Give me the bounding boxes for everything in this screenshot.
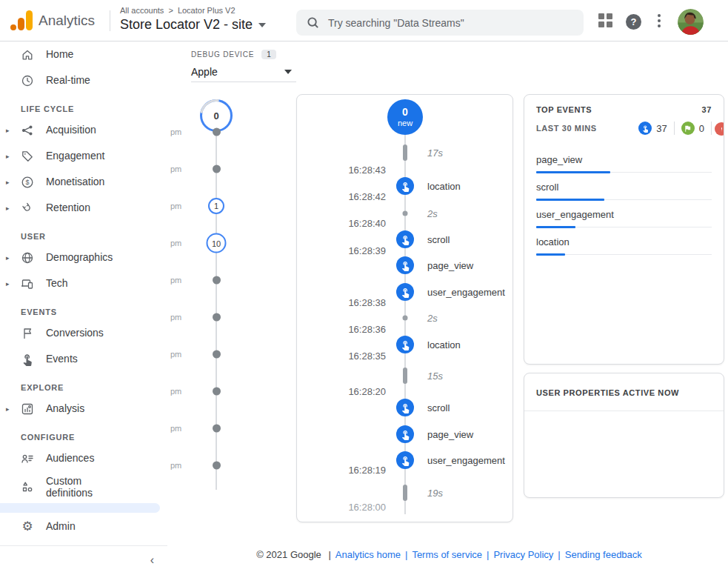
home-icon <box>21 48 34 62</box>
minute-marker-count[interactable]: 10 <box>207 233 227 253</box>
footer-link[interactable]: Analytics home <box>335 549 401 560</box>
event-name[interactable]: location <box>427 181 461 192</box>
tap-icon <box>638 122 652 135</box>
expand-caret-icon[interactable]: ▸ <box>6 127 16 134</box>
sidebar-item-analysis[interactable]: ▸Analysis <box>0 396 167 422</box>
tap-icon <box>400 234 411 245</box>
property-selector[interactable]: Store Locator V2 - site <box>120 17 266 33</box>
help-icon[interactable]: ? <box>626 14 641 30</box>
event-icon[interactable] <box>396 177 414 195</box>
event-name[interactable]: scroll <box>427 234 450 245</box>
counter-value: 37 <box>656 123 667 134</box>
minute-marker-dot[interactable] <box>213 313 221 322</box>
event-name[interactable]: page_view <box>427 429 473 440</box>
debug-device-count-badge: 1 <box>261 50 276 59</box>
footer-separator: | <box>487 549 489 560</box>
selected-nav-highlight[interactable] <box>0 503 160 513</box>
expand-caret-icon[interactable]: ▸ <box>6 205 16 212</box>
expand-caret-icon[interactable]: ▸ <box>6 179 16 186</box>
event-icon[interactable] <box>396 283 414 301</box>
minute-marker-dot[interactable] <box>213 128 221 136</box>
top-event-row[interactable]: page_view <box>536 145 712 173</box>
minute-time-label: pm <box>170 313 185 322</box>
stream-timestamp: 16:28:20 <box>297 386 386 397</box>
footer-link[interactable]: Terms of service <box>412 549 482 560</box>
sidebar-item-label: Retention <box>46 202 90 213</box>
event-icon[interactable] <box>396 230 414 248</box>
expand-caret-icon[interactable]: ▸ <box>6 280 16 288</box>
event-icon[interactable] <box>396 336 414 353</box>
event-icon[interactable] <box>396 451 414 469</box>
sidebar-item-retention[interactable]: ▸Retention <box>0 195 167 221</box>
breadcrumb-parent[interactable]: Locator Plus V2 <box>178 6 236 15</box>
footer-link[interactable]: Sending feedback <box>565 549 642 560</box>
minute-marker-dot[interactable] <box>213 462 221 470</box>
sidebar-item-demographics[interactable]: ▸Demographics <box>0 245 167 270</box>
debug-device-select[interactable]: Apple <box>191 62 296 82</box>
sidebar-item-acquisition[interactable]: ▸Acquisition <box>0 117 167 143</box>
more-vert-icon[interactable] <box>658 14 661 27</box>
collapse-sidebar-button[interactable]: ‹ <box>0 546 167 574</box>
event-name[interactable]: user_engagement <box>427 287 505 298</box>
sidebar-item-tech[interactable]: ▸Tech <box>0 270 167 296</box>
sidebar-item-custom-definitions[interactable]: Custom definitions <box>0 471 167 502</box>
stream-timestamp: 16:28:19 <box>297 465 386 476</box>
sidebar-item-audiences[interactable]: Audiences <box>0 445 167 471</box>
sidebar-item-conversions[interactable]: Conversions <box>0 320 167 346</box>
minute-marker-count[interactable]: 1 <box>208 198 224 214</box>
event-name[interactable]: scroll <box>427 402 450 413</box>
tap-icon <box>400 181 411 192</box>
demographics-icon <box>21 251 34 265</box>
minute-time-label: pm <box>170 202 185 210</box>
breadcrumb[interactable]: All accounts > Locator Plus V2 <box>120 6 236 15</box>
sidebar-item-events[interactable]: Events <box>0 346 167 372</box>
sidebar-item-label: Real-time <box>46 74 90 86</box>
sidebar-item-monetisation[interactable]: ▸$Monetisation <box>0 169 167 195</box>
avatar[interactable] <box>678 9 704 35</box>
top-event-row[interactable]: location <box>536 227 712 255</box>
sidebar-item-admin[interactable]: ⚙Admin <box>0 513 167 539</box>
footer: © 2021 Google |Analytics home|Terms of s… <box>170 549 728 560</box>
minute-marker-dot[interactable] <box>213 165 221 173</box>
top-event-row[interactable]: scroll <box>536 173 712 200</box>
sidebar-item-home[interactable]: Home <box>0 41 167 67</box>
minute-marker-current[interactable]: 0 <box>200 99 233 132</box>
minute-marker-dot[interactable] <box>213 350 221 359</box>
event-icon[interactable] <box>396 399 414 416</box>
top-event-row[interactable]: user_engagement <box>536 200 712 227</box>
duration-capsule <box>403 368 407 384</box>
sidebar-item-label: Engagement <box>46 150 104 162</box>
event-icon[interactable] <box>396 256 414 274</box>
sidebar-item-real-time[interactable]: Real-time <box>0 67 167 93</box>
sidebar-nav: HomeReal-timeLIFE CYCLE▸Acquisition▸Enga… <box>0 41 167 539</box>
tech-icon <box>21 277 34 290</box>
expand-caret-icon[interactable]: ▸ <box>6 254 16 262</box>
counter-divider <box>674 122 675 135</box>
event-icon[interactable] <box>396 425 414 443</box>
analytics-logo-icon[interactable] <box>10 10 33 30</box>
minute-marker-dot[interactable] <box>213 276 221 285</box>
admin-icon: ⚙ <box>21 520 34 534</box>
minute-time-label: pm <box>170 127 185 136</box>
expand-caret-icon[interactable]: ▸ <box>6 405 16 413</box>
apps-grid-icon[interactable] <box>598 13 612 27</box>
footer-link[interactable]: Privacy Policy <box>493 549 553 560</box>
minute-marker-dot[interactable] <box>213 425 221 433</box>
search-input[interactable]: Try searching "Data Streams" <box>296 10 584 36</box>
clock-icon <box>21 74 34 87</box>
event-name[interactable]: user_engagement <box>427 455 505 466</box>
minute-marker-dot[interactable] <box>213 388 221 396</box>
top-events-card: TOP EVENTS 37 LAST 30 MINS 370 page_view… <box>524 94 724 365</box>
top-app-bar: Analytics All accounts > Locator Plus V2… <box>0 0 728 41</box>
event-name[interactable]: location <box>427 339 461 350</box>
audiences-icon <box>21 452 34 465</box>
chevron-down-icon <box>284 70 292 74</box>
flag-icon <box>681 122 695 135</box>
stream-current-bubble[interactable]: 0 new <box>387 99 423 135</box>
sidebar-item-label: Monetisation <box>46 176 104 187</box>
event-name[interactable]: page_view <box>427 260 473 271</box>
breadcrumb-root[interactable]: All accounts <box>120 6 164 15</box>
sidebar-item-engagement[interactable]: ▸Engagement <box>0 143 167 169</box>
copyright-text: © 2021 Google <box>256 549 321 560</box>
expand-caret-icon[interactable]: ▸ <box>6 153 16 160</box>
